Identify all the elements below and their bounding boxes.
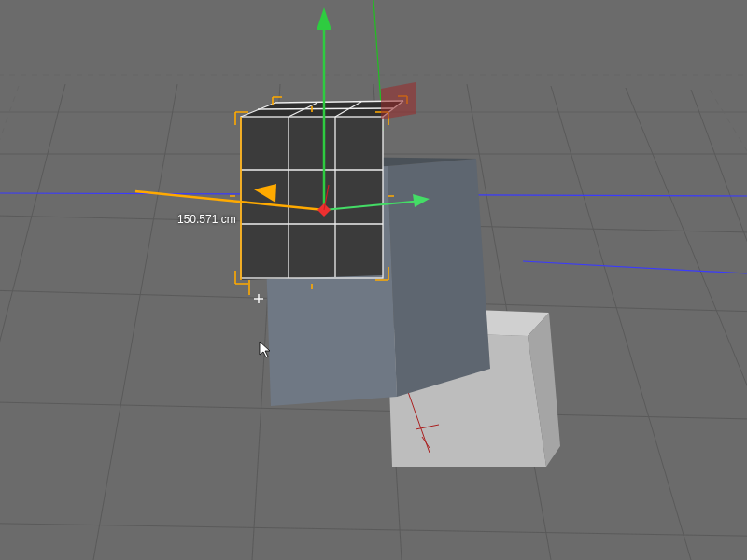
measurement-readout: 150.571 cm [177, 213, 236, 226]
origin-cross-icon [254, 294, 263, 303]
svg-line-16 [710, 90, 747, 243]
cube-selected[interactable] [230, 96, 407, 303]
svg-line-14 [691, 90, 747, 392]
svg-line-13 [626, 88, 747, 523]
svg-marker-24 [388, 159, 490, 397]
world-axis-z [523, 261, 747, 273]
svg-line-12 [551, 86, 691, 560]
view-icon [381, 82, 416, 119]
svg-marker-45 [317, 7, 331, 30]
svg-line-7 [0, 84, 65, 560]
svg-marker-26 [241, 117, 383, 280]
3d-viewport[interactable]: 150.571 cm [0, 0, 747, 560]
svg-line-5 [0, 401, 747, 420]
viewport-svg [0, 0, 747, 560]
svg-marker-43 [381, 82, 416, 119]
svg-line-8 [93, 84, 177, 560]
svg-line-15 [0, 86, 19, 299]
svg-line-6 [0, 523, 747, 537]
